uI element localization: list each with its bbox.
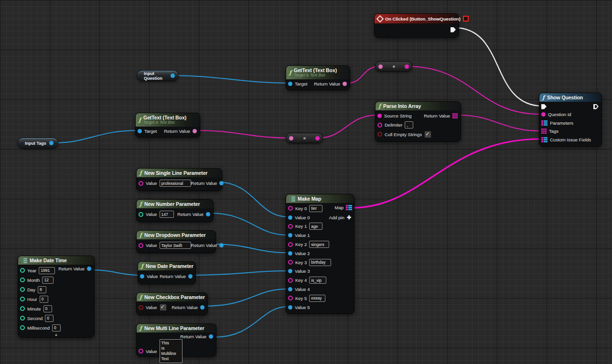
key-1-pin[interactable] (288, 224, 293, 229)
blueprint-graph-canvas[interactable]: On Clicked (Button_ShowQuestion) ƒ GetTe… (0, 0, 612, 364)
key-4-pin[interactable] (288, 278, 293, 283)
return-value-pin[interactable] (193, 129, 197, 133)
value-pin[interactable] (139, 349, 143, 353)
second-pin[interactable] (20, 316, 25, 321)
map-output-pin-icon[interactable] (346, 205, 352, 210)
key-2-pin[interactable] (288, 242, 293, 247)
variable-output-pin[interactable] (49, 141, 54, 145)
key-0-pin[interactable] (288, 206, 293, 211)
node-header[interactable]: ƒ Show Question (539, 93, 601, 102)
node-header[interactable]: ƒ New Number Parameter (137, 200, 213, 208)
year-input[interactable] (39, 267, 55, 274)
minute-pin[interactable] (20, 306, 25, 311)
key-5-pin[interactable] (288, 296, 293, 300)
wire-multiline-value5[interactable] (214, 307, 288, 337)
node-header[interactable]: ƒ New Dropdown Parameter (137, 231, 215, 239)
node-new-date-parameter[interactable]: ƒ New Date Parameter Value Return Value (138, 261, 196, 284)
wire-gettext-return-reroute1[interactable] (347, 66, 379, 83)
tags-array-pin-icon[interactable] (541, 128, 547, 134)
wire-inputquestion-gettext-target[interactable] (172, 75, 289, 83)
wire-parsereturn-tags[interactable] (458, 115, 540, 131)
wire-checkbox-value4[interactable] (203, 289, 288, 306)
node-new-multi-line-parameter[interactable]: ƒ New Multi Line Parameter Value This Is… (136, 323, 216, 357)
value-pin[interactable] (139, 305, 143, 310)
key-0-input[interactable] (309, 205, 322, 212)
value-input[interactable] (160, 180, 191, 187)
value-3-pin[interactable] (288, 269, 292, 273)
reroute-output-pin[interactable] (405, 64, 409, 69)
collapse-arrow-icon[interactable]: ▲ (54, 333, 58, 337)
value-5-pin[interactable] (288, 305, 292, 310)
millisecond-pin[interactable] (20, 325, 25, 330)
node-header[interactable]: ƒ Parse Into Array (376, 102, 461, 110)
reroute-output-pin[interactable] (315, 136, 320, 140)
return-value-pin[interactable] (200, 305, 204, 310)
node-parse-into-array[interactable]: ƒ Parse Into Array Source String Return … (375, 101, 461, 142)
key-3-pin[interactable] (288, 260, 293, 265)
source-string-pin[interactable] (377, 114, 382, 118)
day-pin[interactable] (20, 287, 25, 292)
millisecond-input[interactable] (52, 324, 61, 332)
wire-singleline-value0[interactable] (217, 182, 288, 217)
return-value-pin[interactable] (219, 181, 224, 185)
node-header[interactable]: On Clicked (Button_ShowQuestion) (375, 14, 459, 23)
node-new-number-parameter[interactable]: ƒ New Number Parameter Value Return Valu… (136, 199, 214, 222)
wire-reroute2-sourcestring[interactable] (318, 115, 377, 138)
parameters-map-pin-icon[interactable] (541, 120, 548, 126)
return-value-pin[interactable] (206, 212, 210, 216)
key-3-input[interactable] (309, 259, 331, 266)
node-header[interactable]: ƒ GetText (Text Box) Target is Text Box (286, 66, 350, 79)
node-header[interactable]: ƒ New Multi Line Parameter (137, 324, 216, 332)
wire-makemap-customissuefields[interactable] (352, 139, 540, 208)
node-header[interactable]: Make Map (286, 194, 354, 203)
node-new-single-line-parameter[interactable]: ƒ New Single Line Parameter Value Return… (136, 168, 222, 191)
custom-issue-fields-map-pin-icon[interactable] (541, 137, 548, 142)
year-pin[interactable] (20, 268, 25, 273)
return-value-pin[interactable] (188, 274, 193, 278)
variable-input-question[interactable]: Input Question (137, 70, 179, 81)
day-input[interactable] (38, 286, 46, 293)
month-pin[interactable] (20, 278, 25, 282)
node-gettext-tags[interactable]: ƒ GetText (Text Box) Target is Text Box … (135, 113, 200, 138)
delimiter-pin[interactable] (377, 123, 382, 128)
value-pin[interactable] (139, 243, 143, 248)
delimiter-input[interactable] (405, 121, 413, 128)
return-array-pin-icon[interactable] (452, 113, 458, 118)
node-make-map[interactable]: Make Map Key 0 Value 0 Key 1 Value 1 Key… (286, 194, 354, 314)
wire-exec-onclicked-showquestion[interactable] (454, 28, 543, 106)
value-input[interactable] (160, 242, 191, 249)
wire-gettext2-return-reroute2[interactable] (197, 130, 290, 138)
node-header[interactable]: ƒ New Date Parameter (138, 262, 195, 270)
exec-out-pin[interactable] (451, 27, 456, 32)
target-pin[interactable] (138, 129, 142, 133)
reroute-node-question[interactable] (375, 61, 412, 72)
reroute-node-tags[interactable] (286, 133, 323, 143)
return-value-pin[interactable] (87, 267, 91, 271)
return-value-pin[interactable] (209, 334, 213, 339)
add-pin-icon[interactable]: ✚ (347, 214, 351, 221)
month-input[interactable] (42, 277, 54, 284)
return-value-pin[interactable] (343, 82, 347, 86)
exec-in-pin[interactable] (541, 104, 547, 109)
key-5-input[interactable] (309, 295, 325, 302)
value-0-pin[interactable] (288, 215, 292, 220)
value-checkbox[interactable] (160, 304, 167, 311)
question-id-pin[interactable] (541, 112, 546, 117)
hour-input[interactable] (40, 296, 48, 303)
node-header[interactable]: ƒ New Checkbox Parameter (137, 293, 207, 301)
key-4-input[interactable] (309, 277, 326, 284)
return-value-pin[interactable] (219, 243, 224, 247)
value-multiline-input[interactable]: This Is Multiline Text (160, 339, 183, 363)
wire-makedatetime-newdate-value[interactable] (91, 270, 140, 275)
variable-input-tags[interactable]: Input Tags (18, 138, 58, 149)
cull-empty-strings-checkbox[interactable] (424, 131, 431, 138)
node-show-question[interactable]: ƒ Show Question Question Id Parameters T… (539, 93, 602, 147)
value-pin[interactable] (140, 274, 144, 278)
node-gettext-question[interactable]: ƒ GetText (Text Box) Target is Text Box … (286, 65, 350, 90)
wire-inputtags-gettext-target[interactable] (54, 130, 138, 143)
value-pin[interactable] (139, 181, 143, 186)
node-new-dropdown-parameter[interactable]: ƒ New Dropdown Parameter Value Return Va… (136, 230, 216, 253)
node-new-checkbox-parameter[interactable]: ƒ New Checkbox Parameter Value Return Va… (136, 292, 208, 315)
node-header[interactable]: ƒ GetText (Text Box) Target is Text Box (136, 113, 200, 127)
delegate-pin-icon[interactable] (463, 16, 469, 21)
